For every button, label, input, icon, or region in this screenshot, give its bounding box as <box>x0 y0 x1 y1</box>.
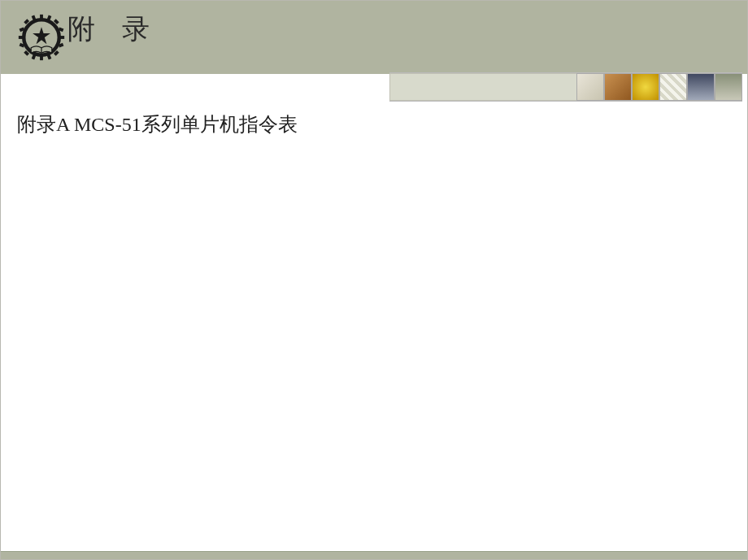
svg-rect-1 <box>40 15 43 20</box>
thumb-abstract-icon <box>604 73 632 101</box>
footer-accent-bar <box>1 551 747 559</box>
thumb-people-icon <box>687 73 715 101</box>
slide-title: 附 录 <box>67 11 159 48</box>
svg-rect-4 <box>59 36 64 39</box>
svg-rect-2 <box>40 55 43 60</box>
svg-rect-3 <box>19 36 24 39</box>
slide-container: 附 录 附录A MCS-51系列单片机指令表 <box>0 0 748 560</box>
thumb-grid-icon <box>659 73 687 101</box>
strip-lead-spacer <box>389 73 576 101</box>
thumb-nature-icon <box>715 73 742 101</box>
logo-emblem-icon <box>15 11 67 63</box>
thumbnail-strip <box>389 72 742 102</box>
thumb-globe-icon <box>632 73 659 101</box>
appendix-subtitle: 附录A MCS-51系列单片机指令表 <box>17 111 731 137</box>
slide-header: 附 录 <box>1 1 747 74</box>
thumb-clock-icon <box>576 73 604 101</box>
slide-body: 附录A MCS-51系列单片机指令表 <box>17 111 731 137</box>
